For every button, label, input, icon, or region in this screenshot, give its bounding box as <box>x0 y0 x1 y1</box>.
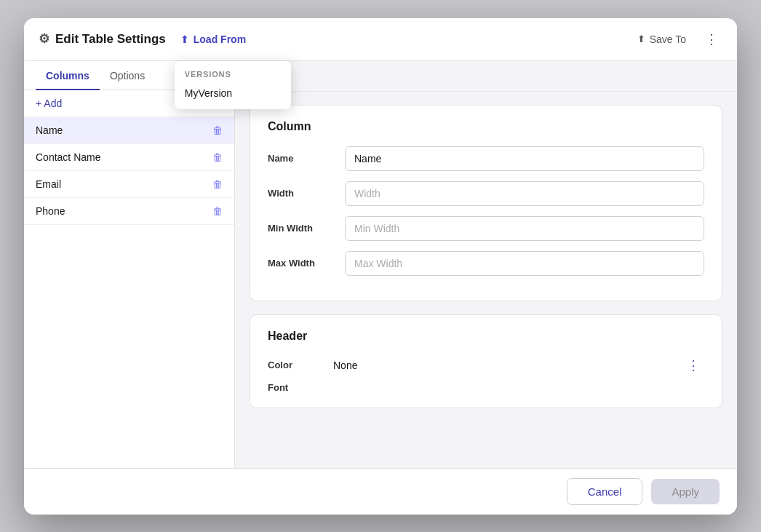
column-item-contact-name[interactable]: Contact Name 🗑 <box>24 144 234 171</box>
min-width-label: Min Width <box>268 223 333 234</box>
color-row: Color None ⋮ <box>268 356 704 375</box>
load-from-button[interactable]: ⬆ Load From VERSIONS MyVersion <box>175 31 252 48</box>
version-item-myversion[interactable]: MyVersion <box>175 82 291 105</box>
delete-column-name[interactable]: 🗑 <box>212 124 223 136</box>
apply-button[interactable]: Apply <box>651 479 720 504</box>
modal-title: ⚙ Edit Table Settings <box>39 31 166 47</box>
column-item-phone[interactable]: Phone 🗑 <box>24 198 234 225</box>
width-field-row: Width <box>268 181 704 206</box>
column-item-email[interactable]: Email 🗑 <box>24 171 234 198</box>
min-width-field-row: Min Width <box>268 216 704 241</box>
modal-header: ⚙ Edit Table Settings ⬆ Load From VERSIO… <box>24 18 737 61</box>
upload-icon: ⬆ <box>180 33 189 45</box>
column-section-title: Column <box>268 120 704 133</box>
color-more-button[interactable]: ⋮ <box>682 356 704 375</box>
save-to-button[interactable]: ⬆ Save To <box>631 31 692 48</box>
width-label: Width <box>268 188 333 199</box>
name-label: Name <box>268 153 333 164</box>
sidebar: Columns Options + Add Name 🗑 Contact Nam… <box>24 61 235 468</box>
font-label: Font <box>268 382 333 393</box>
cancel-button[interactable]: Cancel <box>567 478 643 505</box>
versions-dropdown: VERSIONS MyVersion <box>175 61 291 109</box>
header-section-title: Header <box>268 330 704 343</box>
tab-columns[interactable]: Columns <box>36 61 100 90</box>
columns-list: Name 🗑 Contact Name 🗑 Email 🗑 Phone 🗑 <box>24 117 234 468</box>
modal-body: Columns Options + Add Name 🗑 Contact Nam… <box>24 61 737 468</box>
more-options-button[interactable]: ⋮ <box>701 28 722 50</box>
min-width-input[interactable] <box>345 216 704 241</box>
versions-section-label: VERSIONS <box>175 65 291 82</box>
column-section-card: Column Name Width Min Width Max Width <box>250 105 722 301</box>
tab-options[interactable]: Options <box>100 61 155 90</box>
main-content: Name Column Name Width Min Width Max <box>235 61 737 468</box>
save-icon: ⬆ <box>637 33 645 44</box>
modal-footer: Cancel Apply <box>24 468 737 515</box>
column-item-name[interactable]: Name 🗑 <box>24 117 234 144</box>
color-label: Color <box>268 360 333 370</box>
name-input[interactable] <box>345 146 704 171</box>
gear-icon: ⚙ <box>39 31 49 47</box>
max-width-label: Max Width <box>268 258 333 269</box>
font-row: Font <box>268 382 704 393</box>
delete-column-email[interactable]: 🗑 <box>212 178 223 190</box>
breadcrumb: Name <box>235 61 737 92</box>
delete-column-phone[interactable]: 🗑 <box>212 205 223 217</box>
max-width-field-row: Max Width <box>268 251 704 276</box>
max-width-input[interactable] <box>345 251 704 276</box>
width-input[interactable] <box>345 181 704 206</box>
header-section-card: Header Color None ⋮ Font <box>250 314 722 408</box>
delete-column-contact-name[interactable]: 🗑 <box>212 151 223 163</box>
name-field-row: Name <box>268 146 704 171</box>
color-value: None <box>333 360 682 371</box>
